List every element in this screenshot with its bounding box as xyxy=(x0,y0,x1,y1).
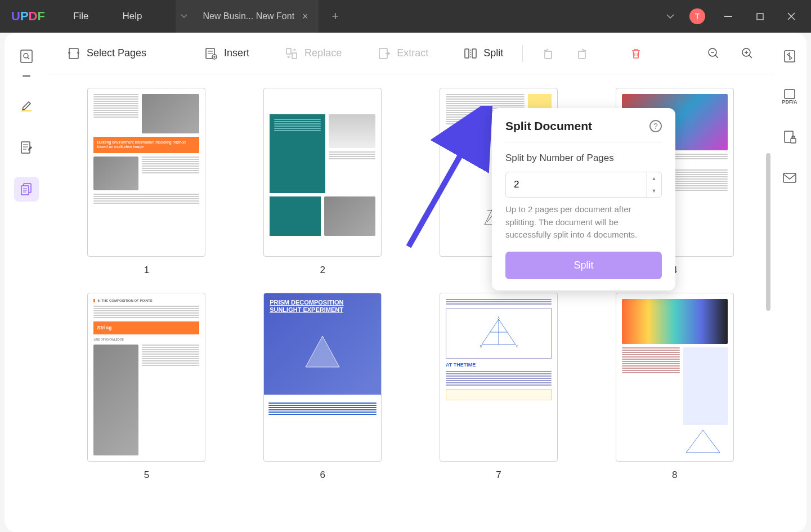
svg-rect-27 xyxy=(791,138,796,143)
app-dropdown[interactable] xyxy=(666,11,675,21)
extract-icon xyxy=(378,47,390,60)
zoom-out-button[interactable] xyxy=(698,42,729,65)
zoom-in-button[interactable] xyxy=(732,42,763,65)
minimize-icon xyxy=(724,16,732,17)
split-pages-input[interactable] xyxy=(506,172,646,197)
thumb-highlight: Building environment information modelin… xyxy=(93,137,199,153)
page-thumbnail[interactable]: Building environment information modelin… xyxy=(87,88,205,257)
trash-icon xyxy=(630,47,642,60)
svg-rect-15 xyxy=(472,49,476,58)
svg-rect-14 xyxy=(465,49,469,58)
select-pages-icon xyxy=(68,47,80,60)
chevron-down-icon xyxy=(666,14,675,19)
pdfa-button[interactable]: PDF/A xyxy=(779,87,800,107)
titlebar: UPDF File Help New Busin... New Font × +… xyxy=(0,0,811,33)
page-thumbnail[interactable]: ABC AT THETIME xyxy=(440,293,558,462)
pdfa-icon xyxy=(783,89,796,99)
page-thumbnail[interactable]: II: THE COMPOSITION OF POINTS String LIN… xyxy=(87,293,205,462)
stepper-down[interactable]: ▼ xyxy=(647,185,661,197)
popup-help-button[interactable]: ? xyxy=(649,120,662,132)
user-avatar[interactable]: T xyxy=(689,8,705,24)
delete-button[interactable] xyxy=(621,42,651,65)
menu-file[interactable]: File xyxy=(56,11,105,22)
split-label: Split xyxy=(483,47,503,59)
rotate-left-button[interactable] xyxy=(533,42,563,65)
thumb-sub: II: THE COMPOSITION OF POINTS xyxy=(93,299,199,302)
right-sidebar: PDF/A xyxy=(773,33,806,532)
organize-pages-button[interactable] xyxy=(14,177,39,202)
convert-button[interactable] xyxy=(779,46,800,66)
thumb-title: PRISM DECOMPOSITION SUNLIGHT EXPERIMENT xyxy=(270,299,375,314)
extract-button[interactable]: Extract xyxy=(369,42,437,65)
split-pages-input-wrap: ▲ ▼ xyxy=(505,172,662,198)
organize-toolbar: Select Pages Insert Replace Extract Spli… xyxy=(48,33,773,74)
reader-mode-button[interactable] xyxy=(14,44,39,69)
protect-button[interactable] xyxy=(779,127,800,147)
edit-mode-button[interactable] xyxy=(14,135,39,160)
svg-rect-12 xyxy=(292,53,297,59)
svg-text:A: A xyxy=(498,316,500,319)
split-button[interactable]: Split xyxy=(455,42,512,65)
minimize-button[interactable] xyxy=(720,8,737,25)
page-thumbnail[interactable]: PRISM DECOMPOSITION SUNLIGHT EXPERIMENT xyxy=(263,293,382,462)
svg-text:C: C xyxy=(516,345,518,348)
close-button[interactable] xyxy=(783,8,800,25)
close-icon xyxy=(787,12,795,20)
pages-icon xyxy=(19,182,34,196)
svg-rect-4 xyxy=(21,110,32,111)
insert-button[interactable]: Insert xyxy=(196,42,258,65)
tab-group: New Busin... New Font × + xyxy=(176,0,346,33)
page-thumbnail[interactable] xyxy=(616,293,734,462)
close-tab-button[interactable]: × xyxy=(302,11,308,23)
svg-rect-0 xyxy=(724,16,732,17)
tab-list-dropdown[interactable] xyxy=(176,0,192,33)
svg-rect-5 xyxy=(21,142,30,153)
maximize-icon xyxy=(756,13,764,20)
scrollbar[interactable] xyxy=(766,153,770,311)
select-pages-label: Select Pages xyxy=(87,47,146,59)
share-button[interactable] xyxy=(779,168,800,188)
thumb-line: LINE OF KNOWLEDGE xyxy=(93,338,199,341)
page-thumbnail-item: 2 xyxy=(241,88,404,276)
page-number: 6 xyxy=(320,470,325,481)
tab-title: New Busin... New Font xyxy=(203,11,294,21)
rotate-right-button[interactable] xyxy=(567,42,597,65)
stepper-up[interactable]: ▲ xyxy=(647,172,661,185)
toolbar-divider xyxy=(522,45,523,62)
popup-title: Split Document xyxy=(505,119,592,133)
page-number: 1 xyxy=(144,265,149,276)
svg-rect-2 xyxy=(21,50,32,62)
highlighter-icon xyxy=(19,99,34,113)
rotate-right-icon xyxy=(576,47,588,60)
chevron-down-icon xyxy=(181,14,187,19)
split-icon xyxy=(464,47,477,60)
split-submit-button[interactable]: Split xyxy=(505,252,662,279)
select-pages-button[interactable]: Select Pages xyxy=(59,42,155,65)
maximize-button[interactable] xyxy=(751,8,768,25)
window-controls: T xyxy=(666,8,811,25)
page-thumbnail-item: II: THE COMPOSITION OF POINTS String LIN… xyxy=(65,293,228,481)
svg-rect-17 xyxy=(579,51,585,59)
svg-rect-25 xyxy=(785,90,795,99)
page-thumbnail-item: ABC AT THETIME 7 xyxy=(418,293,580,481)
insert-icon xyxy=(205,47,217,60)
svg-rect-1 xyxy=(757,14,763,20)
page-thumbnail-item: PRISM DECOMPOSITION SUNLIGHT EXPERIMENT … xyxy=(241,293,404,481)
add-tab-button[interactable]: + xyxy=(324,9,347,24)
svg-point-3 xyxy=(24,53,28,58)
content-area: Select Pages Insert Replace Extract Spli… xyxy=(48,33,773,532)
menu-help[interactable]: Help xyxy=(105,11,159,22)
svg-rect-8 xyxy=(69,48,78,59)
left-sidebar xyxy=(5,33,48,532)
page-number: 7 xyxy=(496,470,501,481)
replace-button[interactable]: Replace xyxy=(276,42,351,65)
sidebar-divider xyxy=(23,75,30,77)
replace-label: Replace xyxy=(304,47,342,59)
popup-field-label: Split by Number of Pages xyxy=(505,153,662,164)
comment-mode-button[interactable] xyxy=(14,93,39,118)
page-number: 2 xyxy=(320,265,325,276)
page-number: 8 xyxy=(672,470,677,481)
document-tab[interactable]: New Busin... New Font × xyxy=(192,0,318,33)
page-thumbnail[interactable] xyxy=(263,88,382,257)
svg-rect-16 xyxy=(545,51,552,59)
